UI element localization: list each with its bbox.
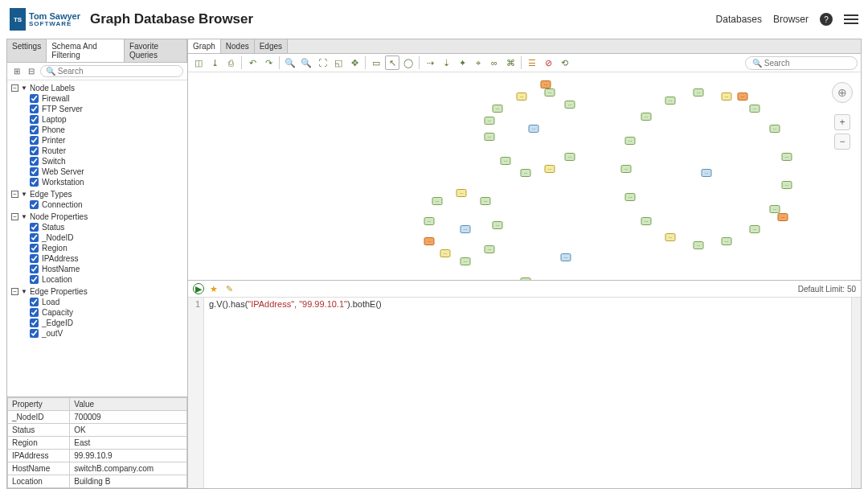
graph-node[interactable]: ··· [424, 217, 434, 225]
tool-zoom-out-icon[interactable]: 🔍 [299, 55, 313, 70]
collapse-all-icon[interactable]: ⊟ [26, 66, 37, 77]
graph-hub-node[interactable]: ··· [560, 253, 571, 261]
tree-checkbox[interactable] [30, 329, 39, 338]
graph-node[interactable]: ··· [749, 225, 760, 233]
graph-node[interactable]: ··· [432, 197, 442, 205]
tool-layout-4-icon[interactable]: ⌖ [471, 55, 485, 70]
tree-checkbox[interactable] [30, 275, 39, 284]
canvas-search[interactable]: 🔍 [745, 56, 858, 70]
run-query-icon[interactable]: ▶ [193, 283, 204, 294]
graph-hub-node[interactable]: ··· [520, 277, 530, 280]
tree-checkbox[interactable] [30, 265, 39, 273]
graph-node[interactable]: ··· [781, 153, 792, 161]
tool-layout-5-icon[interactable]: ∞ [487, 55, 502, 70]
tree-checkbox[interactable] [30, 308, 39, 317]
tree-item[interactable]: _outV [7, 328, 187, 339]
graph-node[interactable]: ··· [540, 80, 551, 88]
tree-item[interactable]: Phone [7, 125, 187, 135]
graph-node[interactable]: ··· [624, 193, 635, 201]
tool-refresh-icon[interactable]: ⟲ [557, 55, 571, 70]
tree-checkbox[interactable] [30, 233, 39, 242]
tree-checkbox[interactable] [30, 298, 39, 306]
graph-node[interactable]: ··· [480, 197, 490, 205]
graph-node[interactable]: ··· [641, 217, 651, 225]
graph-node[interactable]: ··· [665, 97, 675, 105]
graph-node[interactable]: ··· [492, 221, 502, 229]
sidebar-search-input[interactable] [58, 67, 178, 76]
tree-checkbox[interactable] [30, 167, 39, 176]
tool-export-icon[interactable]: ⤓ [207, 55, 222, 70]
link-databases[interactable]: Databases [716, 14, 762, 25]
tool-pan-icon[interactable]: ✥ [347, 55, 362, 70]
tree-group-head[interactable]: −▼Node Labels [7, 83, 187, 93]
zoom-out-button[interactable]: − [834, 134, 850, 150]
graph-node[interactable]: ··· [641, 113, 651, 121]
tab-schema-filtering[interactable]: Schema And Filtering [47, 39, 125, 62]
query-editor[interactable]: 1 g.V().has("IPAddress", "99.99.10.1").b… [188, 298, 861, 488]
graph-node[interactable]: ··· [456, 189, 466, 197]
tool-print-icon[interactable]: ⎙ [223, 55, 238, 70]
tool-layout-circular-icon[interactable]: ◯ [401, 55, 416, 70]
tree-item[interactable]: Switch [7, 156, 187, 166]
tab-favorite-queries[interactable]: Favorite Queries [125, 39, 187, 62]
tree-item[interactable]: Web Server [7, 166, 187, 177]
expand-all-icon[interactable]: ⊞ [11, 66, 23, 77]
tree-checkbox[interactable] [30, 254, 39, 263]
query-text[interactable]: g.V().has("IPAddress", "99.99.10.1").bot… [204, 298, 851, 488]
tool-zoom-sel-icon[interactable]: ◱ [331, 55, 346, 70]
help-icon[interactable]: ? [820, 13, 833, 26]
graph-node[interactable]: ··· [516, 92, 526, 101]
tree-item[interactable]: Region [7, 243, 187, 253]
graph-node[interactable]: ··· [544, 165, 555, 173]
tree-checkbox[interactable] [30, 105, 39, 113]
tool-neighbors-icon[interactable]: ◫ [191, 55, 206, 70]
tree-item[interactable]: Status [7, 222, 187, 232]
hamburger-menu-icon[interactable] [844, 14, 858, 24]
tree-item[interactable]: Load [7, 297, 187, 307]
graph-hub-node[interactable]: ··· [460, 225, 470, 233]
tab-settings[interactable]: Settings [7, 39, 47, 62]
tool-filter-icon[interactable]: ☰ [525, 55, 539, 70]
tool-clear-icon[interactable]: ⊘ [541, 55, 555, 70]
graph-node[interactable]: ··· [665, 233, 675, 241]
tree-item[interactable]: FTP Server [7, 104, 187, 114]
tool-layout-3-icon[interactable]: ✦ [455, 55, 469, 70]
tool-cursor-icon[interactable]: ↖ [385, 55, 399, 70]
graph-canvas[interactable]: ········································… [188, 72, 861, 280]
tab-graph[interactable]: Graph [188, 39, 221, 53]
graph-node[interactable]: ··· [564, 153, 575, 161]
tree-item[interactable]: Router [7, 146, 187, 156]
tool-select-icon[interactable]: ▭ [369, 55, 383, 70]
tree-item[interactable]: Location [7, 274, 187, 285]
property-row[interactable]: RegionEast [8, 437, 187, 450]
graph-node[interactable]: ··· [749, 105, 760, 113]
tree-checkbox[interactable] [30, 178, 39, 187]
tree-checkbox[interactable] [30, 157, 39, 166]
graph-node[interactable]: ··· [492, 105, 502, 113]
tree-item[interactable]: Connection [7, 199, 187, 210]
tree-item[interactable]: Firewall [7, 93, 187, 104]
tree-checkbox[interactable] [30, 125, 39, 134]
graph-hub-node[interactable]: ··· [528, 125, 538, 133]
property-row[interactable]: IPAddress99.99.10.9 [8, 450, 187, 462]
tool-layout-1-icon[interactable]: ⇢ [423, 55, 437, 70]
tab-edges[interactable]: Edges [255, 39, 288, 53]
tree-item[interactable]: _EdgeID [7, 318, 187, 328]
tree-item[interactable]: HostName [7, 264, 187, 274]
graph-node[interactable]: ··· [484, 117, 494, 125]
tree-group-head[interactable]: −▼Edge Types [7, 189, 187, 199]
graph-node[interactable]: ··· [624, 137, 635, 145]
tree-checkbox[interactable] [30, 318, 39, 327]
property-row[interactable]: HostNameswitchB.company.com [8, 462, 187, 475]
graph-node[interactable]: ··· [484, 133, 494, 141]
query-builder-icon[interactable]: ✎ [223, 283, 235, 294]
tree-item[interactable]: _NodeID [7, 232, 187, 243]
tree-checkbox[interactable] [30, 94, 39, 103]
tree-group-head[interactable]: −▼Node Properties [7, 212, 187, 222]
graph-node[interactable]: ··· [769, 205, 780, 213]
graph-node[interactable]: ··· [544, 88, 555, 97]
tool-redo-icon[interactable]: ↷ [261, 55, 276, 70]
graph-node[interactable]: ··· [721, 237, 731, 245]
graph-node[interactable]: ··· [424, 237, 434, 245]
graph-node[interactable]: ··· [564, 101, 575, 109]
